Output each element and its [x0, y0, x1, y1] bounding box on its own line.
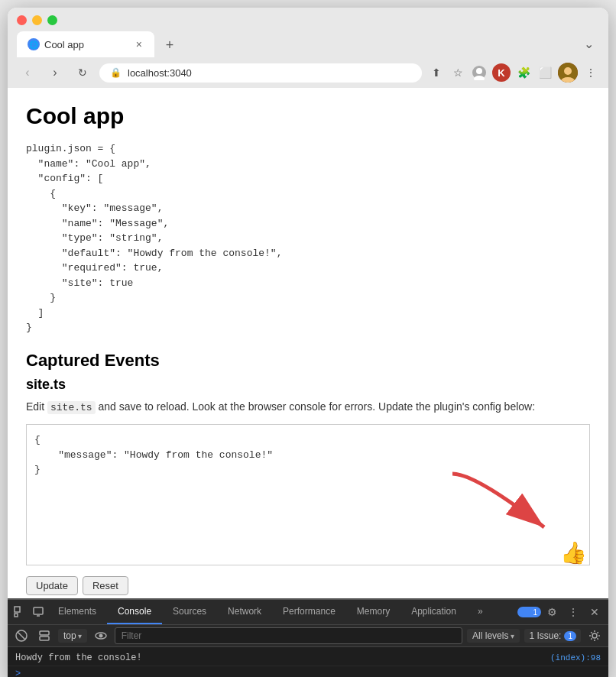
devtools-tab-performance[interactable]: Performance	[272, 600, 346, 624]
issue-count: 1	[564, 631, 576, 641]
console-eye-button[interactable]	[92, 627, 110, 645]
devtools-more-tabs[interactable]: »	[467, 600, 494, 624]
share-icon[interactable]: ⬆	[428, 64, 445, 81]
console-view-toggle[interactable]	[35, 627, 53, 645]
reload-button[interactable]: ↻	[72, 62, 93, 83]
console-log-source[interactable]: (index):98	[550, 653, 601, 662]
console-toolbar: top ▾ All levels ▾ 1 Issue: 1	[8, 625, 608, 647]
config-editor-wrapper: 👍	[26, 424, 590, 568]
devtools-device-icon[interactable]	[29, 603, 47, 621]
k-icon[interactable]: K	[492, 63, 511, 82]
address-actions: ⬆ ☆ K 🧩 ⬜ ⋮	[428, 63, 599, 83]
address-bar: ‹ › ↻ 🔒 localhost:3040 ⬆ ☆ K 🧩 ⬜ ⋮	[8, 57, 608, 88]
console-log-line: Howdy from the console! (index):98	[8, 650, 608, 666]
browser-chevron-down[interactable]: ⌄	[578, 33, 599, 54]
update-button[interactable]: Update	[26, 576, 78, 595]
devtools-tab-elements[interactable]: Elements	[47, 600, 107, 624]
console-clear-button[interactable]	[12, 627, 31, 645]
devtools-tab-network[interactable]: Network	[217, 600, 272, 624]
page-content: Cool app plugin.json = { "name": "Cool a…	[8, 88, 608, 598]
traffic-lights	[17, 15, 599, 25]
traffic-light-yellow[interactable]	[32, 15, 42, 25]
svg-rect-7	[15, 607, 20, 612]
reset-button[interactable]: Reset	[83, 576, 128, 595]
svg-point-17	[99, 634, 102, 638]
console-log-text: Howdy from the console!	[15, 653, 550, 663]
console-settings-button[interactable]	[585, 627, 604, 645]
traffic-light-green[interactable]	[47, 15, 57, 25]
browser-window: 🌐 Cool app × + ⌄ ‹ › ↻ 🔒 localhost:3040 …	[8, 8, 608, 677]
captured-events-heading: Captured Events	[26, 351, 590, 371]
new-tab-button[interactable]: +	[159, 34, 180, 56]
bookmark-icon[interactable]: ☆	[449, 64, 466, 81]
devtools-inspect-icon[interactable]	[11, 603, 29, 621]
tab-close-button[interactable]: ×	[135, 37, 144, 52]
svg-rect-14	[40, 631, 49, 635]
svg-point-1	[476, 68, 482, 74]
edit-description: Edit site.ts and save to reload. Look at…	[26, 399, 590, 416]
browser-tab-active[interactable]: 🌐 Cool app ×	[17, 31, 154, 57]
issue-text: 1 Issue:	[529, 630, 561, 641]
menu-icon[interactable]: ⋮	[582, 64, 599, 81]
account-icon[interactable]	[471, 64, 488, 81]
split-view-icon[interactable]: ⬜	[537, 64, 553, 81]
forward-button[interactable]: ›	[44, 62, 66, 83]
back-button[interactable]: ‹	[17, 62, 38, 83]
extensions-icon[interactable]: 🧩	[515, 64, 532, 81]
log-levels-selector[interactable]: All levels ▾	[467, 629, 520, 643]
tabs-row: 🌐 Cool app × + ⌄	[17, 31, 599, 57]
svg-rect-11	[522, 608, 530, 616]
svg-point-18	[592, 633, 597, 638]
devtools-console-badge: 1	[517, 607, 541, 617]
page-title: Cool app	[26, 103, 590, 129]
devtools-tab-memory[interactable]: Memory	[346, 600, 400, 624]
svg-line-13	[18, 632, 25, 640]
devtools-more-button[interactable]: ⋮	[563, 601, 584, 623]
site-ts-heading: site.ts	[26, 377, 590, 393]
devtools-tabs: Elements Console Sources Network Perform…	[8, 600, 608, 625]
devtools-settings-button[interactable]: ⚙	[541, 601, 563, 623]
devtools-tab-application[interactable]: Application	[400, 600, 467, 624]
log-levels-label: All levels	[472, 630, 508, 641]
log-levels-chevron: ▾	[511, 632, 514, 640]
devtools-close-button[interactable]: ✕	[584, 601, 605, 623]
thumbs-up-emoji[interactable]: 👍	[560, 540, 587, 565]
console-prompt[interactable]: >	[8, 666, 608, 677]
console-issues-badge[interactable]: 1 Issue: 1	[524, 629, 581, 643]
url-text: localhost:3040	[128, 67, 192, 79]
console-output: Howdy from the console! (index):98 >	[8, 647, 608, 677]
devtools-tab-sources[interactable]: Sources	[162, 600, 217, 624]
traffic-light-red[interactable]	[17, 15, 27, 25]
tab-label: Cool app	[44, 39, 130, 50]
plugin-json-code: plugin.json = { "name": "Cool app", "con…	[26, 141, 590, 335]
console-filter-input[interactable]	[115, 627, 462, 644]
svg-rect-8	[15, 614, 18, 617]
svg-rect-9	[34, 607, 43, 614]
svg-point-4	[564, 67, 572, 75]
title-bar: 🌐 Cool app × + ⌄	[8, 8, 608, 57]
context-selector[interactable]: top ▾	[58, 629, 87, 643]
svg-rect-15	[40, 637, 49, 640]
edit-desc-code: site.ts	[47, 401, 96, 414]
context-label: top	[63, 630, 76, 641]
tab-favicon: 🌐	[28, 38, 40, 50]
tab-right-controls: ⌄	[578, 33, 599, 57]
config-editor[interactable]	[26, 424, 590, 565]
profile-avatar[interactable]	[558, 63, 578, 83]
button-row: Update Reset	[26, 576, 590, 595]
url-bar[interactable]: 🔒 localhost:3040	[99, 63, 422, 83]
lock-icon: 🔒	[110, 67, 122, 78]
edit-desc-prefix: Edit	[26, 400, 47, 413]
devtools-tab-console[interactable]: Console	[107, 600, 162, 624]
edit-desc-suffix: and save to reload. Look at the browser …	[96, 400, 535, 413]
devtools-panel: Elements Console Sources Network Perform…	[8, 598, 608, 677]
context-chevron: ▾	[78, 632, 82, 640]
